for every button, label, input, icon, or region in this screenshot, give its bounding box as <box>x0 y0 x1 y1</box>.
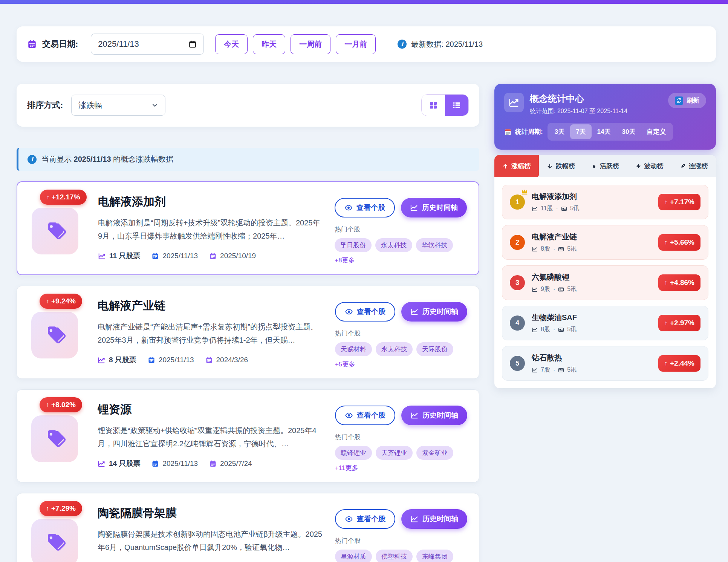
stock-tag[interactable]: 天齐锂业 <box>376 446 413 460</box>
tab-active[interactable]: 活跃榜 <box>583 155 627 177</box>
stock-tag[interactable]: 东峰集团 <box>416 550 453 562</box>
calendar-icon <box>504 128 512 136</box>
concept-content: 电解液产业链 电解液产业链是“产能出清尾声+需求复苏初期”的拐点型投资主题。20… <box>98 296 322 369</box>
view-stocks-button[interactable]: 查看个股 <box>335 509 395 529</box>
update-date: 2025/11/13 <box>151 459 198 468</box>
history-timeline-button[interactable]: 历史时间轴 <box>401 302 467 322</box>
origin-date: 2025/10/19 <box>209 252 256 260</box>
concept-card: ↑+8.02% 锂资源 锂资源是“政策驱动+供给收缩”双重逻辑共振的投资主题。2… <box>17 389 479 482</box>
tab-streak[interactable]: 连涨榜 <box>671 155 716 177</box>
grid-view-button[interactable] <box>422 95 445 116</box>
period-3d-button[interactable]: 3天 <box>549 124 570 139</box>
rank-change-badge: ↑+7.17% <box>658 194 700 210</box>
trade-date-bar: 交易日期: 2025/11/13 今天 昨天 一周前 一月前 i 最新数据: 2… <box>17 26 716 62</box>
stock-tag[interactable]: 华软科技 <box>416 238 453 252</box>
tab-losers[interactable]: 跌幅榜 <box>539 155 583 177</box>
change-badge: ↑+12.17% <box>40 190 87 205</box>
stock-tag[interactable]: 天际股份 <box>416 342 453 356</box>
concept-actions: 查看个股 历史时间轴 热门个股 天赐材料 永太科技 天际股份 +5更多 <box>335 296 468 369</box>
history-timeline-button[interactable]: 历史时间轴 <box>401 509 467 529</box>
chart-line-icon <box>410 515 419 523</box>
tab-volatility[interactable]: 波动榜 <box>627 155 672 177</box>
period-custom-button[interactable]: 自定义 <box>641 124 671 139</box>
stock-tag[interactable]: 星源材质 <box>335 550 372 562</box>
rank-item[interactable]: 2 电解液产业链 8股· 5讯 ↑+5.66% <box>502 225 708 260</box>
period-7d-button[interactable]: 7天 <box>570 124 591 139</box>
rank-item[interactable]: 4 生物柴油SAF 8股· 5讯 ↑+2.97% <box>502 306 708 340</box>
week-ago-button[interactable]: 一周前 <box>291 34 330 54</box>
stock-tag[interactable]: 赣锋锂业 <box>335 446 372 460</box>
eye-icon <box>345 411 353 420</box>
view-stocks-button[interactable]: 查看个股 <box>335 302 395 322</box>
list-icon <box>452 101 461 110</box>
hot-stock-tags: 赣锋锂业 天齐锂业 紫金矿业 +11更多 <box>335 446 468 472</box>
rank-meta: 7股· 5讯 <box>532 366 577 374</box>
more-tags-link[interactable]: +8更多 <box>335 256 355 265</box>
eye-icon <box>345 515 353 523</box>
stats-panel-title: 概念统计中心 <box>530 93 627 105</box>
tags-icon <box>44 531 66 553</box>
history-timeline-button[interactable]: 历史时间轴 <box>401 406 467 425</box>
view-mode-toggle <box>421 94 469 116</box>
chart-line-icon <box>532 206 538 212</box>
period-segmented-control: 3天 7天 14天 30天 自定义 <box>548 123 673 141</box>
update-date: 2025/11/13 <box>148 356 194 364</box>
chart-line-icon <box>532 286 538 292</box>
stock-tag[interactable]: 永太科技 <box>375 238 412 252</box>
chevron-down-icon <box>151 102 158 109</box>
chart-line-icon <box>410 204 418 212</box>
rank-item[interactable]: 1 电解液添加剂 11股· 5讯 ↑+7.17% <box>502 185 708 219</box>
period-14d-button[interactable]: 14天 <box>592 124 616 139</box>
up-arrow-icon <box>502 163 508 169</box>
date-picker-icon[interactable] <box>188 40 197 48</box>
concept-content: 陶瓷隔膜骨架膜 陶瓷隔膜骨架膜是技术创新驱动的固态电池产业链β升级主题。2025… <box>98 503 322 562</box>
up-arrow-icon: ↑ <box>664 239 667 246</box>
concept-avatar <box>31 312 78 358</box>
stock-count: 11 只股票 <box>98 251 140 261</box>
down-arrow-icon <box>547 163 553 169</box>
concept-avatar <box>31 415 78 462</box>
view-stocks-button[interactable]: 查看个股 <box>335 198 395 217</box>
rank-name: 六氟磷酸锂 <box>532 272 577 282</box>
rank-name: 电解液添加剂 <box>532 191 580 202</box>
today-button[interactable]: 今天 <box>215 34 248 54</box>
period-label: 统计周期: <box>515 127 543 136</box>
concept-description: 电解液产业链是“产能出清尾声+需求复苏初期”的拐点型投资主题。2025年3月，新… <box>98 320 322 347</box>
up-arrow-icon: ↑ <box>664 199 667 205</box>
news-icon <box>558 367 564 373</box>
more-tags-link[interactable]: +11更多 <box>335 464 358 472</box>
tab-gainers[interactable]: 涨幅榜 <box>494 155 539 177</box>
quick-date-buttons: 今天 昨天 一周前 一月前 <box>215 34 376 54</box>
list-view-button[interactable] <box>445 95 468 116</box>
period-30d-button[interactable]: 30天 <box>616 124 641 139</box>
news-icon <box>558 246 564 252</box>
hot-stocks-label: 热门个股 <box>335 433 468 441</box>
concept-icon-block: ↑+12.17% <box>29 192 85 265</box>
stock-tag[interactable]: 佛塑科技 <box>376 550 413 562</box>
concept-title: 电解液添加剂 <box>98 194 322 210</box>
stock-tag[interactable]: 孚日股份 <box>335 238 372 252</box>
concept-title: 陶瓷隔膜骨架膜 <box>98 505 322 521</box>
yesterday-button[interactable]: 昨天 <box>253 34 285 54</box>
stock-tag[interactable]: 永太科技 <box>376 342 413 356</box>
concept-description: 锂资源是“政策驱动+供给收缩”双重逻辑共振的投资主题。2025年4月，四川雅江官… <box>98 424 322 450</box>
more-tags-link[interactable]: +5更多 <box>335 360 355 369</box>
sort-select[interactable]: 涨跌幅 <box>71 95 165 116</box>
rank-number: 4 <box>510 315 525 331</box>
concept-avatar <box>32 208 78 254</box>
rank-item[interactable]: 5 钻石散热 7股· 5讯 ↑+2.44% <box>502 346 708 381</box>
stock-tag[interactable]: 天赐材料 <box>335 342 372 356</box>
rank-change-badge: ↑+2.97% <box>658 315 700 331</box>
concept-title: 电解液产业链 <box>98 298 322 314</box>
rank-item[interactable]: 3 六氟磷酸锂 9股· 5讯 ↑+4.86% <box>502 265 708 300</box>
month-ago-button[interactable]: 一月前 <box>336 34 376 54</box>
history-timeline-button[interactable]: 历史时间轴 <box>401 198 467 217</box>
refresh-button[interactable]: 刷新 <box>668 93 706 108</box>
up-arrow-icon: ↑ <box>664 360 667 367</box>
trade-date-input[interactable]: 2025/11/13 <box>91 34 204 55</box>
stock-tag[interactable]: 紫金矿业 <box>416 446 453 460</box>
hot-stock-tags: 星源材质 佛塑科技 东峰集团 +5更多 <box>335 550 468 562</box>
rank-meta: 11股· 5讯 <box>532 205 580 213</box>
update-date: 2025/11/13 <box>151 252 198 260</box>
view-stocks-button[interactable]: 查看个股 <box>335 406 395 425</box>
